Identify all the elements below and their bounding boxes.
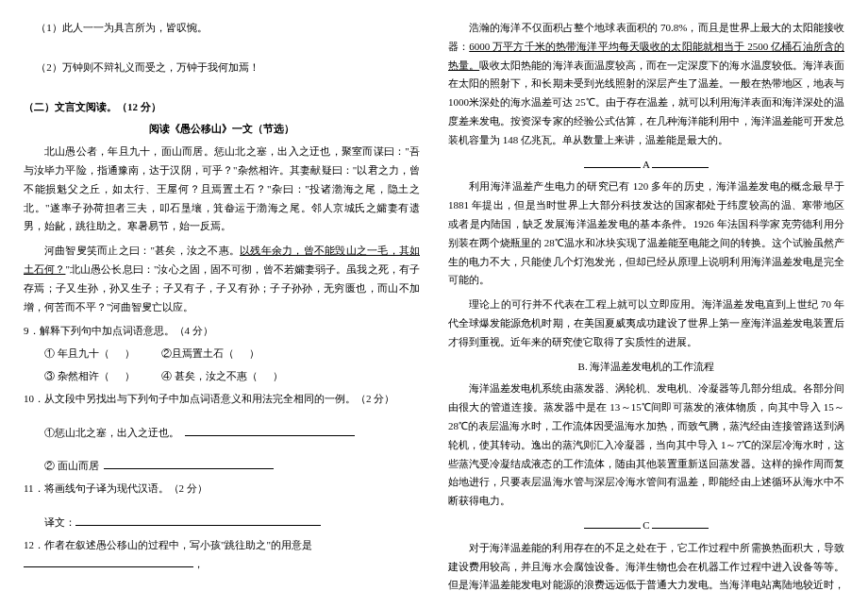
letter-c: C: [448, 516, 844, 535]
q1-1: （1）此人一一为具言所为，皆叹惋。: [24, 19, 420, 38]
q11-answer: 译文：: [24, 514, 420, 532]
q1-2: （2）万钟则不辩礼义而受之，万钟于我何加焉！: [24, 59, 420, 77]
blank-input[interactable]: [24, 556, 193, 567]
passage-2a: 河曲智叟笑而止之曰："甚矣，汝之不惠。: [44, 245, 240, 256]
q9-1a: ① 年且九十（: [44, 347, 109, 359]
q9: 9．解释下列句中加点词语意思。（4 分）: [24, 322, 420, 341]
passage-1: 北山愚公者，年且九十，面山而居。惩山北之塞，出入之迂也，聚室而谋曰："吾与汝毕力…: [24, 143, 420, 236]
letter-a: A: [448, 156, 844, 175]
q11: 11．将画线句子译为现代汉语。（2 分）: [24, 480, 420, 498]
r-p1: 浩瀚的海洋不仅面积占整个地球表面积的 70.8%，而且是世界上最大的太阳能接收器…: [448, 19, 844, 150]
right-column: 浩瀚的海洋不仅面积占整个地球表面积的 70.8%，而且是世界上最大的太阳能接收器…: [448, 19, 844, 591]
q9-3a: ③ 杂然相许（: [44, 370, 109, 381]
q9-4b: ）: [273, 370, 283, 381]
section2-title: （二）文言文阅读。（12 分）: [24, 98, 420, 117]
letter-b: B. 海洋温差发电机的工作流程: [448, 358, 844, 377]
q9-3b: ）: [125, 370, 135, 381]
q9-2a: ②且焉置土石（: [161, 347, 234, 359]
q10: 10．从文段中另找出与下列句子中加点词语意义和用法完全相同的一例。（2 分）: [24, 390, 420, 409]
r-p5: 对于海洋温差能的利用存在的不足之处在于，它工作过程中所需换热面积大，导致建设费用…: [448, 539, 844, 591]
q9-1b: ）: [125, 347, 135, 359]
q9-2b: ）: [249, 347, 259, 359]
r-p4: 海洋温差发电机系统由蒸发器、涡轮机、发电机、冷凝器等几部分组成。各部分间由很大的…: [448, 380, 844, 511]
section2-subtitle: 阅读《愚公移山》一文（节选）: [24, 120, 420, 139]
q12: 12．作者在叙述愚公移山的过程中，写小孩"跳往助之"的用意是，: [24, 536, 420, 574]
r-p2: 利用海洋温差产生电力的研究已有 120 多年的历史，海洋温差发电的概念最早于18…: [448, 177, 844, 290]
blank-input[interactable]: [185, 425, 355, 436]
r-p3: 理论上的可行并不代表在工程上就可以立即应用。海洋温差发电直到上世纪 70 年代全…: [448, 296, 844, 351]
q9-row1: ① 年且九十（ ） ②且焉置土石（ ）: [24, 345, 420, 363]
blank-input[interactable]: [104, 458, 274, 469]
q10-2: ② 面山而居: [24, 457, 420, 476]
passage-2: 河曲智叟笑而止之曰："甚矣，汝之不惠。以残年余力，曾不能毁山之一毛，其如土石何？…: [24, 242, 420, 316]
q10-1: ①惩山北之塞，出入之迂也。: [24, 424, 420, 443]
left-column: （1）此人一一为具言所为，皆叹惋。 （2）万钟则不辩礼义而受之，万钟于我何加焉！…: [24, 19, 420, 591]
passage-2b: "北山愚公长息曰："汝心之固，固不可彻，曾不若孀妻弱子。虽我之死，有子存焉；子又…: [24, 263, 420, 312]
q9-4a: ④ 甚矣，汝之不惠（: [161, 370, 258, 381]
q9-row2: ③ 杂然相许（ ） ④ 甚矣，汝之不惠（ ）: [24, 367, 420, 386]
blank-input[interactable]: [75, 515, 321, 526]
